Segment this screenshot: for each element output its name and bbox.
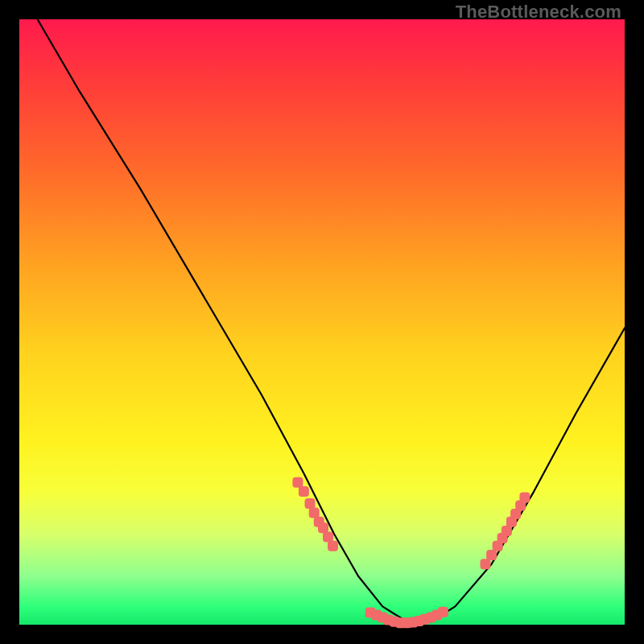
data-marker (318, 522, 328, 533)
data-marker (486, 550, 497, 560)
data-marker (328, 541, 338, 551)
data-marker (481, 559, 491, 569)
data-marker (299, 486, 309, 497)
chart-svg (19, 19, 625, 625)
data-marker (323, 532, 333, 543)
watermark-text: TheBottleneck.com (456, 2, 621, 23)
bottleneck-curve (38, 19, 625, 621)
data-marker (502, 526, 512, 536)
data-marker (438, 607, 448, 617)
chart-frame (19, 19, 625, 625)
data-marker (519, 493, 530, 503)
markers-group (292, 477, 530, 628)
curve-group (38, 19, 625, 621)
data-marker (292, 477, 303, 488)
data-marker (305, 498, 316, 509)
data-marker (309, 507, 320, 518)
